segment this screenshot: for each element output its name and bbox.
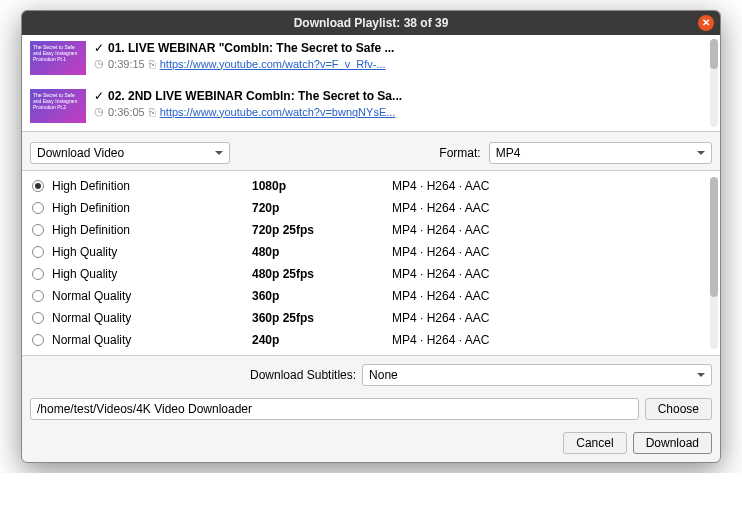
window-title: Download Playlist: 38 of 39	[294, 16, 449, 30]
quality-resolution: 240p	[252, 333, 392, 347]
quality-row[interactable]: Normal Quality360p 25fpsMP4 · H264 · AAC	[22, 307, 720, 329]
titlebar: Download Playlist: 38 of 39 ✕	[22, 11, 720, 35]
quality-resolution: 360p 25fps	[252, 311, 392, 325]
quality-radio[interactable]	[32, 246, 44, 258]
quality-row[interactable]: High Definition720pMP4 · H264 · AAC	[22, 197, 720, 219]
quality-radio[interactable]	[32, 290, 44, 302]
playlist-item-main: 01. LIVE WEBINAR "Combln: The Secret to …	[94, 41, 700, 75]
quality-codec: MP4 · H264 · AAC	[392, 333, 704, 347]
subtitles-label: Download Subtitles:	[250, 368, 356, 382]
choose-folder-button[interactable]: Choose	[645, 398, 712, 420]
action-dropdown-value: Download Video	[37, 146, 124, 160]
quality-name: High Quality	[52, 245, 252, 259]
playlist-item[interactable]: The Secret to Safe and Easy Instagram Pr…	[22, 35, 708, 83]
clock-icon	[94, 105, 104, 118]
quality-codec: MP4 · H264 · AAC	[392, 179, 704, 193]
playlist-item[interactable]: The Secret to Safe and Easy Instagram Pr…	[22, 83, 708, 131]
format-dropdown-value: MP4	[496, 146, 521, 160]
quality-codec: MP4 · H264 · AAC	[392, 267, 704, 281]
quality-codec: MP4 · H264 · AAC	[392, 223, 704, 237]
quality-resolution: 360p	[252, 289, 392, 303]
close-button[interactable]: ✕	[698, 15, 714, 31]
quality-resolution: 720p	[252, 201, 392, 215]
playlist-scrollbar-thumb[interactable]	[710, 39, 718, 69]
quality-row[interactable]: High Quality480pMP4 · H264 · AAC	[22, 241, 720, 263]
subtitles-dropdown-value: None	[369, 368, 398, 382]
quality-radio[interactable]	[32, 202, 44, 214]
quality-codec: MP4 · H264 · AAC	[392, 311, 704, 325]
quality-name: High Definition	[52, 223, 252, 237]
quality-resolution: 480p	[252, 245, 392, 259]
quality-radio[interactable]	[32, 180, 44, 192]
quality-row[interactable]: High Definition1080pMP4 · H264 · AAC	[22, 175, 720, 197]
quality-radio[interactable]	[32, 312, 44, 324]
video-thumbnail: The Secret to Safe and Easy Instagram Pr…	[30, 41, 86, 75]
quality-codec: MP4 · H264 · AAC	[392, 201, 704, 215]
quality-name: Normal Quality	[52, 311, 252, 325]
playlist-item-url[interactable]: https://www.youtube.com/watch?v=bwnqNYsE…	[160, 106, 396, 118]
playlist-item-url[interactable]: https://www.youtube.com/watch?v=F_v_Rfv-…	[160, 58, 386, 70]
action-dropdown[interactable]: Download Video	[30, 142, 230, 164]
quality-list: High Definition1080pMP4 · H264 · AACHigh…	[22, 170, 720, 356]
playlist-item-duration: 0:36:05	[108, 106, 145, 118]
video-thumbnail: The Secret to Safe and Easy Instagram Pr…	[30, 89, 86, 123]
quality-name: High Definition	[52, 179, 252, 193]
quality-scrollbar-thumb[interactable]	[710, 177, 718, 297]
quality-row[interactable]: High Definition720p 25fpsMP4 · H264 · AA…	[22, 219, 720, 241]
quality-codec: MP4 · H264 · AAC	[392, 245, 704, 259]
playlist-item-meta: 0:36:05https://www.youtube.com/watch?v=b…	[94, 105, 700, 118]
options-toolbar: Download Video Format: MP4	[22, 132, 720, 170]
playlist-item-meta: 0:39:15https://www.youtube.com/watch?v=F…	[94, 57, 700, 70]
quality-name: Normal Quality	[52, 333, 252, 347]
link-icon	[149, 106, 156, 118]
link-icon	[149, 58, 156, 70]
destination-path-input[interactable]	[30, 398, 639, 420]
dialog-window: Download Playlist: 38 of 39 ✕ The Secret…	[21, 10, 721, 463]
quality-row[interactable]: High Quality480p 25fpsMP4 · H264 · AAC	[22, 263, 720, 285]
subtitles-dropdown[interactable]: None	[362, 364, 712, 386]
quality-radio[interactable]	[32, 224, 44, 236]
quality-name: High Definition	[52, 201, 252, 215]
playlist-item-duration: 0:39:15	[108, 58, 145, 70]
quality-radio[interactable]	[32, 268, 44, 280]
quality-name: Normal Quality	[52, 289, 252, 303]
download-button[interactable]: Download	[633, 432, 712, 454]
quality-resolution: 1080p	[252, 179, 392, 193]
destination-row: Choose	[22, 394, 720, 424]
dialog-buttons: Cancel Download	[22, 424, 720, 462]
cancel-button[interactable]: Cancel	[563, 432, 626, 454]
quality-name: High Quality	[52, 267, 252, 281]
format-label: Format:	[439, 146, 480, 160]
format-dropdown[interactable]: MP4	[489, 142, 712, 164]
playlist-item-title: 01. LIVE WEBINAR "Combln: The Secret to …	[94, 41, 700, 55]
playlist-pane: The Secret to Safe and Easy Instagram Pr…	[22, 35, 720, 132]
quality-resolution: 480p 25fps	[252, 267, 392, 281]
quality-codec: MP4 · H264 · AAC	[392, 289, 704, 303]
quality-radio[interactable]	[32, 334, 44, 346]
subtitles-row: Download Subtitles: None	[22, 356, 720, 394]
clock-icon	[94, 57, 104, 70]
quality-row[interactable]: Normal Quality360pMP4 · H264 · AAC	[22, 285, 720, 307]
playlist-item-title: 02. 2ND LIVE WEBINAR Combln: The Secret …	[94, 89, 700, 103]
quality-row[interactable]: Normal Quality240pMP4 · H264 · AAC	[22, 329, 720, 351]
playlist-item-main: 02. 2ND LIVE WEBINAR Combln: The Secret …	[94, 89, 700, 123]
quality-resolution: 720p 25fps	[252, 223, 392, 237]
